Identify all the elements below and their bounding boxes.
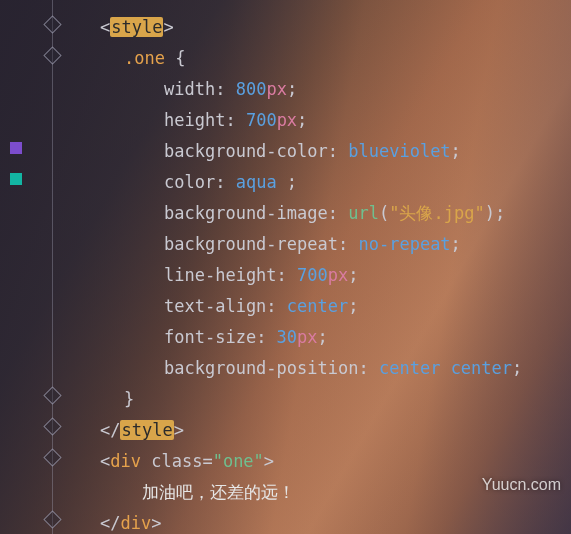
css-property: background-repeat <box>164 234 338 254</box>
gutter-marker-teal-icon[interactable] <box>10 173 22 185</box>
css-property: width <box>164 79 215 99</box>
code-editor[interactable]: <style> .one { width: 800px; height: 700… <box>0 0 571 534</box>
unit: px <box>328 265 348 285</box>
code-line[interactable]: width: 800px; <box>100 74 571 105</box>
fold-marker-icon[interactable] <box>43 46 61 64</box>
brace: } <box>124 389 134 409</box>
bracket: < <box>100 451 110 471</box>
gutter <box>0 0 60 534</box>
attr-name: class <box>151 451 202 471</box>
bracket: > <box>174 420 184 440</box>
string: "头像.jpg" <box>389 203 484 223</box>
code-line[interactable]: } <box>100 384 571 415</box>
fold-marker-icon[interactable] <box>43 15 61 33</box>
css-property: height <box>164 110 225 130</box>
code-line[interactable]: </style> <box>100 415 571 446</box>
watermark: Yuucn.com <box>482 476 561 494</box>
bracket: > <box>264 451 274 471</box>
fold-marker-icon[interactable] <box>43 417 61 435</box>
tag-name: div <box>120 513 151 533</box>
code-line[interactable]: </div> <box>100 508 571 534</box>
unit: px <box>277 110 297 130</box>
code-line[interactable]: text-align: center; <box>100 291 571 322</box>
code-line[interactable]: height: 700px; <box>100 105 571 136</box>
number: 700 <box>297 265 328 285</box>
keyword: center <box>379 358 440 378</box>
code-line[interactable]: .one { <box>100 43 571 74</box>
code-area[interactable]: <style> .one { width: 800px; height: 700… <box>60 0 571 534</box>
code-line[interactable]: <style> <box>100 12 571 43</box>
code-line[interactable]: <div class="one"> <box>100 446 571 477</box>
code-line[interactable]: color: aqua ; <box>100 167 571 198</box>
code-line[interactable]: font-size: 30px; <box>100 322 571 353</box>
css-property: background-position <box>164 358 358 378</box>
code-line[interactable]: background-color: blueviolet; <box>100 136 571 167</box>
unit: px <box>266 79 286 99</box>
css-property: background-image <box>164 203 328 223</box>
css-property: text-align <box>164 296 266 316</box>
attr-value: "one" <box>213 451 264 471</box>
css-property: background-color <box>164 141 328 161</box>
bracket: > <box>163 17 173 37</box>
keyword: center <box>451 358 512 378</box>
gutter-marker-purple-icon[interactable] <box>10 142 22 154</box>
tag-name: style <box>120 420 173 440</box>
tag-name: div <box>110 451 141 471</box>
fold-marker-icon[interactable] <box>43 510 61 528</box>
brace: { <box>165 48 185 68</box>
code-line[interactable]: line-height: 700px; <box>100 260 571 291</box>
fold-marker-icon[interactable] <box>43 386 61 404</box>
number: 30 <box>277 327 297 347</box>
unit: px <box>297 327 317 347</box>
bracket: </ <box>100 513 120 533</box>
keyword: aqua <box>236 172 287 192</box>
tag-name: style <box>110 17 163 37</box>
selector: .one <box>124 48 165 68</box>
bracket: </ <box>100 420 120 440</box>
css-property: color <box>164 172 215 192</box>
fold-marker-icon[interactable] <box>43 448 61 466</box>
keyword: blueviolet <box>348 141 450 161</box>
code-line[interactable]: background-image: url("头像.jpg"); <box>100 198 571 229</box>
css-property: line-height <box>164 265 277 285</box>
keyword: center <box>287 296 348 316</box>
number: 700 <box>246 110 277 130</box>
code-line[interactable]: background-position: center center; <box>100 353 571 384</box>
text-node: 加油吧，还差的远！ <box>142 482 295 502</box>
keyword: no-repeat <box>358 234 450 254</box>
code-line[interactable]: background-repeat: no-repeat; <box>100 229 571 260</box>
number: 800 <box>236 79 267 99</box>
bracket: > <box>151 513 161 533</box>
bracket: < <box>100 17 110 37</box>
function: url <box>348 203 379 223</box>
css-property: font-size <box>164 327 256 347</box>
